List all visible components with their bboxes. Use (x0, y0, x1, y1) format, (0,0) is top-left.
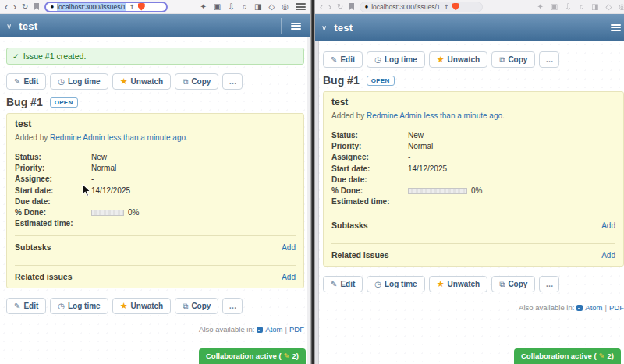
author-link[interactable]: Redmine Admin (367, 111, 422, 120)
downloads-icon[interactable]: ⇩ (228, 1, 234, 13)
issue-details-box: test Added by Redmine Admin less than a … (323, 91, 624, 267)
edit-button[interactable]: ✎Edit (323, 276, 363, 292)
profile-icon[interactable]: ◎ (619, 1, 624, 13)
site-menu-button[interactable] (601, 19, 624, 36)
copy-icon: ⧉ (499, 55, 505, 65)
ellipsis-icon: … (545, 279, 553, 289)
issue-toolbar-bottom: ✎Edit ◷Log time ★Unwatch ⧉Copy … (323, 276, 624, 292)
copy-button[interactable]: ⧉Copy (175, 298, 218, 314)
address-bar[interactable]: ● localhost:3000/issues/1 ↥ (360, 2, 483, 12)
collaboration-badge[interactable]: Collaboration active (✎ 2) (514, 348, 621, 364)
issue-heading: Bug #1 (323, 74, 360, 87)
site-menu-button[interactable] (281, 18, 304, 34)
section-title: Related issues (15, 272, 73, 281)
attr-value-done: 0% (408, 186, 615, 196)
pencil-icon: ✎ (284, 352, 290, 360)
edit-button[interactable]: ✎Edit (6, 73, 46, 90)
url-text[interactable]: localhost:3000/issues/1 (57, 3, 126, 11)
copy-button[interactable]: ⧉Copy (491, 51, 535, 68)
add-subtask-link[interactable]: Add (282, 243, 296, 252)
issue-attributes: Status: New Priority: Normal Assignee: -… (15, 153, 296, 228)
attr-value (408, 197, 615, 207)
site-info-icon[interactable]: ● (50, 3, 54, 10)
collaboration-badge[interactable]: Collaboration active (✎ 2) (199, 348, 306, 364)
edit-button[interactable]: ✎Edit (6, 298, 46, 314)
related-issues-section: Related issues Add (332, 243, 615, 266)
back-icon[interactable]: ‹ (5, 1, 8, 13)
chevron-down-icon[interactable]: ∨ (321, 23, 327, 32)
bookmark-icon[interactable] (349, 3, 354, 11)
copy-button[interactable]: ⧉Copy (175, 73, 218, 90)
forward-icon[interactable]: › (13, 1, 16, 13)
atom-link[interactable]: Atom (585, 303, 602, 312)
copy-button[interactable]: ⧉Copy (491, 276, 535, 292)
unwatch-button[interactable]: ★Unwatch (429, 51, 488, 68)
star-icon: ★ (437, 279, 445, 289)
add-related-issue-link[interactable]: Add (601, 251, 615, 260)
project-title: test (19, 20, 37, 32)
leo-ai-icon[interactable]: ✦ (537, 1, 543, 13)
unwatch-button[interactable]: ★Unwatch (112, 73, 172, 90)
url-text[interactable]: localhost:3000/issues/1 (371, 3, 440, 11)
unwatch-button[interactable]: ★Unwatch (429, 276, 488, 292)
edit-button[interactable]: ✎Edit (323, 51, 363, 68)
add-subtask-link[interactable]: Add (601, 221, 615, 230)
brave-shield-icon[interactable] (138, 3, 145, 11)
clock-icon: ◷ (374, 55, 381, 65)
attr-value (91, 219, 296, 228)
created-time-link[interactable]: less than a minute ago (107, 133, 186, 142)
section-title: Subtasks (332, 221, 368, 230)
created-time-link[interactable]: less than a minute ago (424, 111, 502, 120)
ellipsis-icon: … (229, 76, 236, 87)
browser-menu-icon[interactable] (296, 3, 306, 10)
attr-label: Due date: (332, 175, 408, 185)
copy-icon: ⧉ (183, 76, 188, 87)
wallet-icon[interactable]: ▣ (551, 1, 558, 13)
atom-link[interactable]: Atom (265, 325, 282, 334)
more-actions-button[interactable]: … (539, 51, 559, 68)
share-icon[interactable]: ↥ (129, 1, 135, 13)
log-time-button[interactable]: ◷Log time (367, 51, 424, 68)
reload-icon[interactable]: ↻ (22, 1, 28, 13)
share-icon[interactable]: ↥ (444, 1, 449, 13)
forward-icon[interactable]: › (328, 1, 332, 13)
more-actions-button[interactable]: … (539, 276, 559, 292)
rewards-icon[interactable]: ◇ (606, 1, 612, 13)
log-time-button[interactable]: ◷Log time (367, 276, 424, 292)
issue-heading-row: Bug #1 OPEN (6, 96, 304, 108)
add-related-issue-link[interactable]: Add (282, 273, 296, 281)
rewards-icon[interactable]: ◇ (269, 1, 275, 13)
issue-toolbar-bottom: ✎Edit ◷Log time ★Unwatch ⧉Copy … (6, 298, 304, 314)
window-divider (310, 0, 315, 364)
profile-icon[interactable]: ◎ (282, 1, 289, 13)
bookmark-icon[interactable] (34, 3, 39, 11)
more-actions-button[interactable]: … (222, 73, 243, 90)
media-icon[interactable]: ♫ (242, 1, 248, 13)
author-link[interactable]: Redmine Admin (50, 133, 105, 142)
hamburger-icon (291, 23, 301, 30)
media-icon[interactable]: ♫ (579, 1, 585, 13)
brave-shield-icon[interactable] (452, 3, 459, 11)
pdf-link[interactable]: PDF (289, 325, 304, 334)
reload-icon[interactable]: ↻ (337, 1, 343, 13)
page-content: ✓ Issue #1 created. ✎Edit ◷Log time ★Unw… (0, 37, 310, 361)
flash-message: Issue #1 created. (23, 51, 87, 61)
more-actions-button[interactable]: … (222, 298, 243, 314)
leo-ai-icon[interactable]: ✦ (200, 1, 206, 13)
site-info-icon[interactable]: ● (364, 3, 368, 10)
chevron-down-icon[interactable]: ∨ (6, 22, 12, 30)
address-bar[interactable]: ● localhost:3000/issues/1 ↥ (44, 2, 168, 12)
extension-icons: ✦ ▣ ⇩ ♫ ◨ ◇ ◎ (200, 1, 306, 13)
wallet-icon[interactable]: ▣ (214, 1, 221, 13)
downloads-icon[interactable]: ⇩ (565, 1, 571, 13)
unwatch-button[interactable]: ★Unwatch (112, 298, 172, 314)
sidebar-icon[interactable]: ◨ (591, 1, 598, 13)
log-time-button[interactable]: ◷Log time (50, 73, 108, 90)
subtasks-section: Subtasks Add (15, 235, 296, 258)
sidebar-icon[interactable]: ◨ (254, 1, 261, 13)
pdf-link[interactable]: PDF (609, 303, 624, 312)
issue-byline: Added by Redmine Admin less than a minut… (332, 111, 615, 122)
log-time-button[interactable]: ◷Log time (50, 298, 108, 314)
attr-value-done: 0% (91, 208, 296, 217)
back-icon[interactable]: ‹ (320, 1, 323, 13)
